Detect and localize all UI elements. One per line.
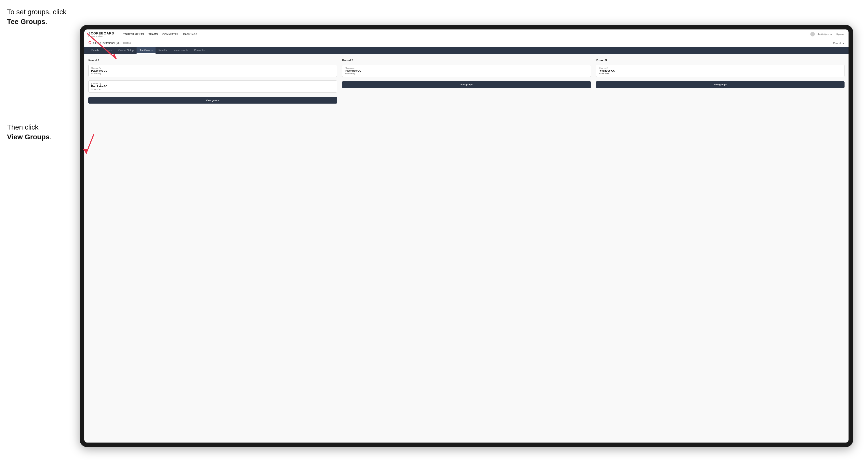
instruction-tee-groups-bold: Tee Groups <box>7 18 45 26</box>
logo-text: SCOREBOARD <box>88 31 114 35</box>
round-1-course-b-name: East Lake GC <box>91 85 334 88</box>
round-1-section: Round 1 (Course A) Peachtree GC Stroke P… <box>88 59 337 103</box>
tab-tee-groups[interactable]: Tee Groups <box>136 47 156 54</box>
round-3-course-a-label: (Course A) <box>599 67 842 69</box>
logo-sub: Powered by clippit <box>88 35 114 37</box>
round-2-course-a-format: Stroke Play <box>345 72 588 74</box>
separator: | <box>834 33 834 35</box>
sub-header: C Clippd Invitational (M... Hosting Canc… <box>84 39 848 47</box>
tournament-title: Clippd Invitational (M... <box>93 41 121 44</box>
round-2-course-a-card: (Course A) Peachtree GC Stroke Play <box>342 65 591 77</box>
round-1-course-a-label: (Course A) <box>91 67 334 69</box>
cancel-button[interactable]: Cancel ✕ <box>833 42 844 45</box>
user-avatar <box>810 32 815 36</box>
rounds-grid: Round 1 (Course A) Peachtree GC Stroke P… <box>88 59 844 103</box>
round-1-title: Round 1 <box>88 59 337 62</box>
tab-teams[interactable]: Teams <box>102 47 115 54</box>
sign-out-link[interactable]: Sign out <box>836 33 844 35</box>
round-2-course-a-name: Peachtree GC <box>345 69 588 72</box>
nav-teams[interactable]: TEAMS <box>149 32 158 37</box>
cancel-area[interactable]: Cancel ✕ <box>833 41 844 45</box>
instruction-top: To set groups, click Tee Groups. <box>7 7 66 27</box>
sub-header-left: C Clippd Invitational (M... Hosting <box>88 41 131 45</box>
nav-rankings[interactable]: RANKINGS <box>183 32 197 37</box>
round-1-course-b-card: (Course B) East Lake GC Stroke Play <box>88 81 337 93</box>
tablet-screen: SCOREBOARD Powered by clippit TOURNAMENT… <box>84 29 848 442</box>
cancel-x-icon: ✕ <box>842 42 844 45</box>
round-3-title: Round 3 <box>596 59 844 62</box>
round-3-course-a-format: Stroke Play <box>599 72 842 74</box>
round-1-course-a-name: Peachtree GC <box>91 69 334 72</box>
instruction-top-line1: To set groups, click <box>7 8 66 16</box>
round-2-title: Round 2 <box>342 59 591 62</box>
nav-links: TOURNAMENTS TEAMS COMMITTEE RANKINGS <box>123 32 805 37</box>
round-1-course-b-format: Stroke Play <box>91 88 334 90</box>
hosting-badge: Hosting <box>123 42 131 44</box>
nav-committee[interactable]: COMMITTEE <box>162 32 179 37</box>
round-1-course-a-card: (Course A) Peachtree GC Stroke Play <box>88 65 337 77</box>
logo-area: SCOREBOARD Powered by clippit <box>88 31 114 37</box>
sub-logo-c: C <box>88 41 91 45</box>
top-nav: SCOREBOARD Powered by clippit TOURNAMENT… <box>84 29 848 39</box>
nav-tournaments[interactable]: TOURNAMENTS <box>123 32 144 37</box>
main-content: Round 1 (Course A) Peachtree GC Stroke P… <box>84 54 848 442</box>
round-3-view-groups-button[interactable]: View groups <box>596 81 844 88</box>
round-3-course-a-name: Peachtree GC <box>599 69 842 72</box>
round-1-course-a-format: Stroke Play <box>91 72 334 74</box>
tab-bar: Details Teams Course Setup Tee Groups Re… <box>84 47 848 54</box>
instruction-bottom-line1: Then click <box>7 123 38 131</box>
instruction-view-groups-bold: View Groups <box>7 133 50 141</box>
tab-course-setup[interactable]: Course Setup <box>115 47 136 54</box>
user-email: blair@clippd.io <box>817 33 832 35</box>
tab-results[interactable]: Results <box>156 47 170 54</box>
tablet-frame: SCOREBOARD Powered by clippit TOURNAMENT… <box>80 25 853 447</box>
round-2-course-a-label: (Course A) <box>345 67 588 69</box>
round-3-section: Round 3 (Course A) Peachtree GC Stroke P… <box>596 59 844 103</box>
round-1-view-groups-button[interactable]: View groups <box>88 97 337 103</box>
tab-details[interactable]: Details <box>88 47 102 54</box>
tab-leaderboards[interactable]: Leaderboards <box>170 47 191 54</box>
nav-right: blair@clippd.io | Sign out <box>810 32 844 36</box>
round-3-course-a-card: (Course A) Peachtree GC Stroke Play <box>596 65 844 77</box>
round-1-course-b-label: (Course B) <box>91 83 334 85</box>
instruction-bottom: Then click View Groups. <box>7 122 52 142</box>
round-2-section: Round 2 (Course A) Peachtree GC Stroke P… <box>342 59 591 103</box>
round-2-view-groups-button[interactable]: View groups <box>342 81 591 88</box>
tab-printables[interactable]: Printables <box>191 47 208 54</box>
